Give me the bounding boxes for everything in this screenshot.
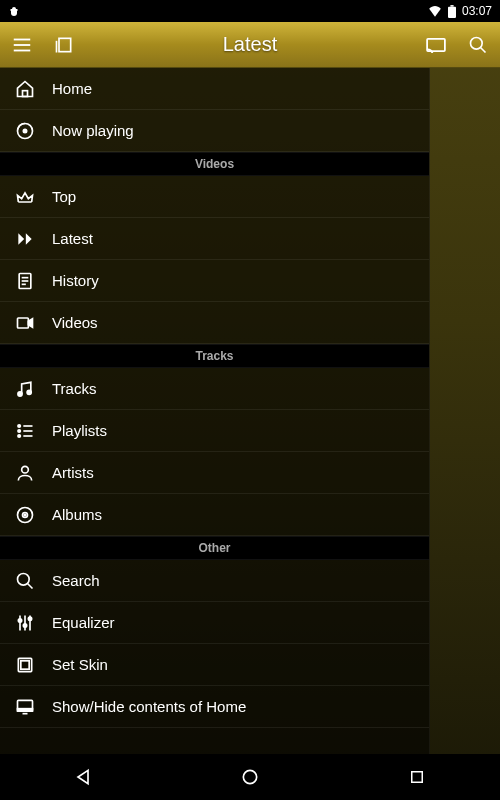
artist-icon: [14, 462, 36, 484]
svg-point-32: [24, 514, 26, 516]
android-nav-bar: [0, 754, 500, 800]
svg-point-40: [28, 617, 31, 620]
drawer-item-label: Show/Hide contents of Home: [52, 698, 246, 715]
drawer-item-now-playing[interactable]: Now playing: [0, 110, 429, 152]
drawer-item-latest[interactable]: Latest: [0, 218, 429, 260]
crown-icon: [14, 186, 36, 208]
section-header-tracks: Tracks: [0, 344, 429, 368]
svg-line-34: [28, 583, 33, 588]
svg-point-11: [471, 37, 483, 49]
svg-rect-42: [21, 660, 29, 668]
back-button[interactable]: [53, 762, 113, 792]
recents-button[interactable]: [387, 762, 447, 792]
fast-forward-icon: [14, 228, 36, 250]
drawer-item-set-skin[interactable]: Set Skin: [0, 644, 429, 686]
svg-point-15: [23, 129, 26, 132]
page-title: Latest: [92, 33, 408, 56]
svg-point-39: [23, 623, 26, 626]
home-icon: [14, 78, 36, 100]
drawer-item-label: Now playing: [52, 122, 134, 139]
drawer-item-home[interactable]: Home: [0, 68, 429, 110]
music-note-icon: [14, 378, 36, 400]
monitor-icon: [14, 696, 36, 718]
album-icon: [14, 504, 36, 526]
battery-icon: [448, 5, 456, 18]
search-icon: [14, 570, 36, 592]
drawer-item-artists[interactable]: Artists: [0, 452, 429, 494]
playlist-icon: [14, 420, 36, 442]
svg-rect-44: [18, 708, 33, 711]
svg-rect-13: [23, 90, 28, 96]
drawer-item-tracks[interactable]: Tracks: [0, 368, 429, 410]
drawer-item-equalizer[interactable]: Equalizer: [0, 602, 429, 644]
svg-point-46: [243, 770, 256, 783]
drawer-item-label: Top: [52, 188, 76, 205]
wifi-icon: [428, 5, 442, 17]
equalizer-icon: [14, 612, 36, 634]
skin-icon: [14, 654, 36, 676]
status-time: 03:07: [462, 4, 492, 18]
disc-icon: [14, 120, 36, 142]
drawer-item-label: Albums: [52, 506, 102, 523]
menu-button[interactable]: [8, 31, 36, 59]
drawer-item-label: Latest: [52, 230, 93, 247]
svg-point-29: [22, 466, 29, 473]
drawer-item-label: Set Skin: [52, 656, 108, 673]
section-header-videos: Videos: [0, 152, 429, 176]
drawer-item-videos[interactable]: Videos: [0, 302, 429, 344]
drawer-item-label: History: [52, 272, 99, 289]
drawer-item-search[interactable]: Search: [0, 560, 429, 602]
svg-point-38: [18, 618, 21, 621]
svg-rect-47: [411, 772, 422, 783]
cast-button[interactable]: [422, 31, 450, 59]
search-button[interactable]: [464, 31, 492, 59]
drawer-item-label: Equalizer: [52, 614, 115, 631]
drawer-item-label: Videos: [52, 314, 98, 331]
svg-point-21: [18, 391, 22, 395]
svg-point-23: [18, 424, 21, 427]
drawer-item-label: Search: [52, 572, 100, 589]
drawer-item-playlists[interactable]: Playlists: [0, 410, 429, 452]
svg-point-25: [18, 434, 21, 437]
home-button[interactable]: [220, 762, 280, 792]
drawer-item-top[interactable]: Top: [0, 176, 429, 218]
history-icon: [14, 270, 36, 292]
drawer-item-history[interactable]: History: [0, 260, 429, 302]
section-header-other: Other: [0, 536, 429, 560]
drawer-item-show-hide-home[interactable]: Show/Hide contents of Home: [0, 686, 429, 728]
status-bar: 03:07: [0, 0, 500, 22]
svg-line-12: [481, 47, 486, 52]
app-header: Latest: [0, 22, 500, 68]
screen: 03:07 Latest Home Now playing: [0, 0, 500, 800]
drawer-item-label: Artists: [52, 464, 94, 481]
video-icon: [14, 312, 36, 334]
svg-rect-20: [18, 318, 29, 328]
drawer-item-label: Tracks: [52, 380, 96, 397]
drawer-item-label: Home: [52, 80, 92, 97]
svg-point-24: [18, 429, 21, 432]
debug-icon: [8, 5, 20, 17]
svg-rect-8: [59, 38, 71, 51]
navigation-drawer[interactable]: Home Now playing Videos Top Latest: [0, 68, 430, 754]
drawer-item-label: Playlists: [52, 422, 107, 439]
svg-rect-3: [448, 6, 456, 17]
drawer-item-albums[interactable]: Albums: [0, 494, 429, 536]
svg-point-22: [27, 390, 31, 394]
library-button[interactable]: [50, 31, 78, 59]
svg-point-33: [18, 573, 30, 585]
svg-rect-4: [450, 5, 453, 7]
